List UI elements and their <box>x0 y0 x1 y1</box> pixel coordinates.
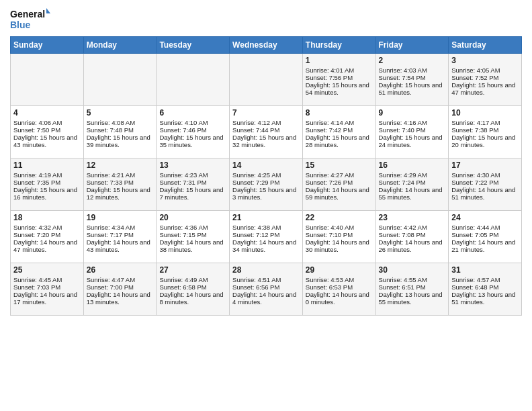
sunrise: Sunrise: 4:36 AM <box>159 224 208 231</box>
sunrise: Sunrise: 4:53 AM <box>306 276 354 283</box>
day-number: 20 <box>159 213 226 222</box>
calendar-cell: 5Sunrise: 4:08 AMSunset: 7:48 PMDaylight… <box>83 106 157 158</box>
daylight: Daylight: 15 hours and 12 minutes. <box>87 186 150 201</box>
calendar-cell: 22Sunrise: 4:40 AMSunset: 7:10 PMDayligh… <box>302 211 375 263</box>
daylight: Daylight: 15 hours and 16 minutes. <box>13 186 77 201</box>
sunrise: Sunrise: 4:01 AM <box>306 66 354 74</box>
daylight: Daylight: 15 hours and 32 minutes. <box>232 134 296 148</box>
header-tuesday: Tuesday <box>157 37 230 54</box>
sunset: Sunset: 7:33 PM <box>87 179 134 186</box>
sunset: Sunset: 7:26 PM <box>306 179 353 186</box>
sunset: Sunset: 6:48 PM <box>451 283 498 291</box>
sunrise: Sunrise: 4:34 AM <box>87 224 135 231</box>
calendar-week-row: 1Sunrise: 4:01 AMSunset: 7:56 PMDaylight… <box>11 54 522 106</box>
sunrise: Sunrise: 4:10 AM <box>159 119 208 126</box>
daylight: Daylight: 14 hours and 30 minutes. <box>306 238 369 253</box>
day-number: 18 <box>13 213 81 222</box>
sunset: Sunset: 7:38 PM <box>451 126 498 134</box>
sunset: Sunset: 7:40 PM <box>379 126 426 134</box>
calendar-cell: 14Sunrise: 4:25 AMSunset: 7:29 PMDayligh… <box>230 158 303 211</box>
daylight: Daylight: 15 hours and 54 minutes. <box>306 81 369 96</box>
daylight: Daylight: 14 hours and 47 minutes. <box>13 238 77 253</box>
calendar-cell: 18Sunrise: 4:32 AMSunset: 7:20 PMDayligh… <box>11 211 84 263</box>
calendar-cell: 12Sunrise: 4:21 AMSunset: 7:33 PMDayligh… <box>83 158 157 211</box>
calendar-cell: 7Sunrise: 4:12 AMSunset: 7:44 PMDaylight… <box>230 106 303 158</box>
daylight: Daylight: 15 hours and 47 minutes. <box>451 81 515 96</box>
calendar-cell: 9Sunrise: 4:16 AMSunset: 7:40 PMDaylight… <box>375 106 449 158</box>
day-number: 1 <box>306 56 373 65</box>
calendar-week-row: 25Sunrise: 4:45 AMSunset: 7:03 PMDayligh… <box>11 263 522 316</box>
sunrise: Sunrise: 4:47 AM <box>87 276 135 283</box>
calendar-cell: 24Sunrise: 4:44 AMSunset: 7:05 PMDayligh… <box>449 211 522 263</box>
page-header: General Blue <box>10 7 522 31</box>
sunrise: Sunrise: 4:17 AM <box>451 119 500 126</box>
day-number: 8 <box>306 108 373 118</box>
day-number: 9 <box>379 108 446 118</box>
header-saturday: Saturday <box>449 37 522 54</box>
calendar-cell: 20Sunrise: 4:36 AMSunset: 7:15 PMDayligh… <box>157 211 230 263</box>
calendar-cell: 31Sunrise: 4:57 AMSunset: 6:48 PMDayligh… <box>449 263 522 316</box>
day-number: 14 <box>232 161 300 170</box>
sunrise: Sunrise: 4:51 AM <box>232 276 281 283</box>
calendar-cell <box>230 54 303 106</box>
calendar-cell: 16Sunrise: 4:29 AMSunset: 7:24 PMDayligh… <box>375 158 449 211</box>
calendar-cell: 6Sunrise: 4:10 AMSunset: 7:46 PMDaylight… <box>157 106 230 158</box>
sunrise: Sunrise: 4:45 AM <box>13 276 62 283</box>
sunrise: Sunrise: 4:57 AM <box>451 276 500 283</box>
sunset: Sunset: 7:17 PM <box>87 231 134 238</box>
sunset: Sunset: 7:48 PM <box>87 126 134 134</box>
day-number: 7 <box>232 108 300 118</box>
header-wednesday: Wednesday <box>230 37 303 54</box>
daylight: Daylight: 14 hours and 43 minutes. <box>87 238 150 253</box>
daylight: Daylight: 15 hours and 39 minutes. <box>87 134 150 148</box>
daylight: Daylight: 15 hours and 20 minutes. <box>451 134 515 148</box>
calendar-cell: 27Sunrise: 4:49 AMSunset: 6:58 PMDayligh… <box>157 263 230 316</box>
daylight: Daylight: 15 hours and 51 minutes. <box>379 81 443 96</box>
sunset: Sunset: 7:24 PM <box>379 179 426 186</box>
calendar-cell <box>157 54 230 106</box>
logo: General Blue <box>10 7 50 31</box>
calendar-table: Sunday Monday Tuesday Wednesday Thursday… <box>10 36 522 316</box>
sunrise: Sunrise: 4:21 AM <box>87 171 135 179</box>
calendar-cell: 2Sunrise: 4:03 AMSunset: 7:54 PMDaylight… <box>375 54 449 106</box>
daylight: Daylight: 15 hours and 7 minutes. <box>159 186 223 201</box>
sunset: Sunset: 7:20 PM <box>13 231 60 238</box>
day-number: 4 <box>13 108 81 118</box>
daylight: Daylight: 14 hours and 59 minutes. <box>306 186 369 201</box>
sunset: Sunset: 7:42 PM <box>306 126 353 134</box>
day-number: 31 <box>451 265 519 275</box>
sunset: Sunset: 7:00 PM <box>87 283 134 291</box>
calendar-week-row: 18Sunrise: 4:32 AMSunset: 7:20 PMDayligh… <box>11 211 522 263</box>
sunset: Sunset: 7:50 PM <box>13 126 60 134</box>
day-number: 27 <box>159 265 226 275</box>
calendar-cell: 28Sunrise: 4:51 AMSunset: 6:56 PMDayligh… <box>230 263 303 316</box>
daylight: Daylight: 14 hours and 26 minutes. <box>379 238 443 253</box>
sunrise: Sunrise: 4:08 AM <box>87 119 135 126</box>
calendar-cell: 26Sunrise: 4:47 AMSunset: 7:00 PMDayligh… <box>83 263 157 316</box>
sunset: Sunset: 7:56 PM <box>306 74 353 81</box>
calendar-week-row: 4Sunrise: 4:06 AMSunset: 7:50 PMDaylight… <box>11 106 522 158</box>
daylight: Daylight: 14 hours and 34 minutes. <box>232 238 296 253</box>
day-number: 15 <box>306 161 373 170</box>
sunset: Sunset: 7:35 PM <box>13 179 60 186</box>
calendar-cell: 11Sunrise: 4:19 AMSunset: 7:35 PMDayligh… <box>11 158 84 211</box>
sunset: Sunset: 7:15 PM <box>159 231 206 238</box>
daylight: Daylight: 14 hours and 8 minutes. <box>159 291 223 306</box>
sunset: Sunset: 7:12 PM <box>232 231 279 238</box>
daylight: Daylight: 14 hours and 21 minutes. <box>451 238 515 253</box>
calendar-cell: 15Sunrise: 4:27 AMSunset: 7:26 PMDayligh… <box>302 158 375 211</box>
day-number: 21 <box>232 213 300 222</box>
sunset: Sunset: 6:56 PM <box>232 283 279 291</box>
sunrise: Sunrise: 4:03 AM <box>379 66 427 74</box>
calendar-cell: 17Sunrise: 4:30 AMSunset: 7:22 PMDayligh… <box>449 158 522 211</box>
day-number: 3 <box>451 56 519 65</box>
sunrise: Sunrise: 4:44 AM <box>451 224 500 231</box>
sunset: Sunset: 7:05 PM <box>451 231 498 238</box>
day-number: 24 <box>451 213 519 222</box>
sunset: Sunset: 7:46 PM <box>159 126 206 134</box>
header-sunday: Sunday <box>11 37 84 54</box>
day-number: 26 <box>87 265 154 275</box>
calendar-body: 1Sunrise: 4:01 AMSunset: 7:56 PMDaylight… <box>11 54 522 316</box>
daylight: Daylight: 14 hours and 4 minutes. <box>232 291 296 306</box>
sunrise: Sunrise: 4:42 AM <box>379 224 427 231</box>
